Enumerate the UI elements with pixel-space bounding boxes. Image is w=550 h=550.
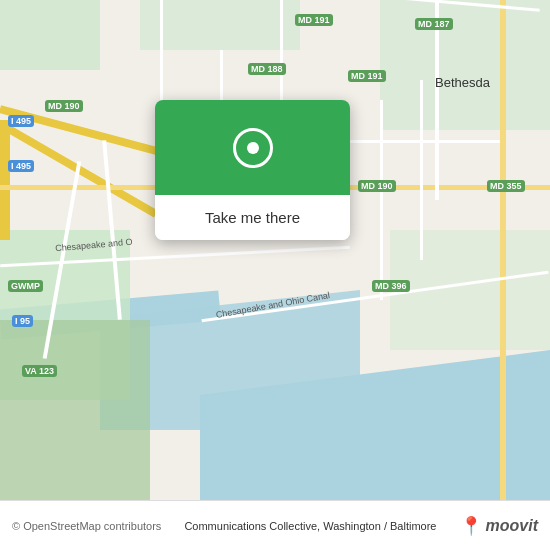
app-title-text: Communications Collective, Washington / … [184, 520, 436, 532]
location-popup[interactable]: Take me there [155, 100, 350, 240]
popup-header [155, 100, 350, 195]
local-road-5 [420, 80, 423, 260]
moovit-pin-icon: 📍 [460, 515, 482, 537]
badge-md191-1: MD 191 [295, 14, 333, 26]
badge-md396: MD 396 [372, 280, 410, 292]
md355 [500, 0, 506, 500]
badge-va123: VA 123 [22, 365, 57, 377]
footer-bar: © OpenStreetMap contributors Communicati… [0, 500, 550, 550]
badge-gwmp: GWMP [8, 280, 43, 292]
park-top [140, 0, 300, 50]
badge-i495-1: I 495 [8, 115, 34, 127]
moovit-logo: 📍 moovit [460, 515, 538, 537]
map-container[interactable]: MD 191 MD 187 I 495 I 495 MD 190 MD 188 … [0, 0, 550, 500]
take-me-there-button[interactable]: Take me there [155, 195, 350, 240]
badge-md188: MD 188 [248, 63, 286, 75]
park-bottom-left [0, 320, 150, 500]
badge-md190-2: MD 190 [358, 180, 396, 192]
park-top-left [0, 0, 100, 70]
park-bethesda [380, 0, 550, 130]
pin-center [247, 142, 259, 154]
badge-md191-2: MD 191 [348, 70, 386, 82]
bethesda-label: Bethesda [435, 75, 490, 90]
badge-md355: MD 355 [487, 180, 525, 192]
copyright-text: © OpenStreetMap contributors [12, 520, 161, 532]
badge-i495-2: I 495 [8, 160, 34, 172]
local-road-4 [380, 100, 383, 300]
moovit-wordmark: moovit [486, 517, 538, 535]
badge-md190-1: MD 190 [45, 100, 83, 112]
md187-road [435, 0, 439, 200]
badge-i95: I 95 [12, 315, 33, 327]
highway-495-left [0, 120, 10, 240]
location-pin-icon [233, 128, 273, 168]
badge-md187: MD 187 [415, 18, 453, 30]
